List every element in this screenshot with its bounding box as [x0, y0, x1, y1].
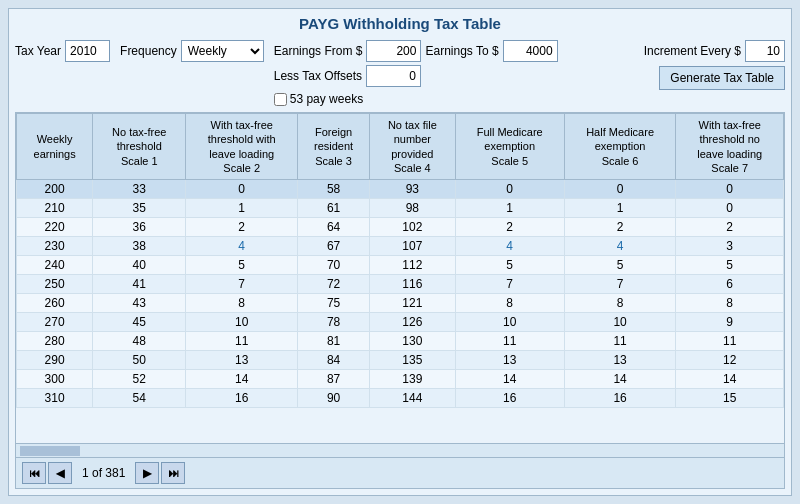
- less-tax-label: Less Tax Offsets: [274, 69, 362, 83]
- table-row: 310541690144161615: [17, 389, 784, 408]
- tax-year-input[interactable]: [65, 40, 110, 62]
- increment-row: Increment Every $: [644, 40, 785, 62]
- table-cell: 16: [455, 389, 564, 408]
- table-cell: 13: [455, 351, 564, 370]
- pay-weeks-checkbox[interactable]: [274, 93, 287, 106]
- table-cell: 43: [93, 294, 186, 313]
- table-cell: 3: [676, 237, 784, 256]
- first-page-button[interactable]: ⏮: [22, 462, 46, 484]
- generate-button[interactable]: Generate Tax Table: [659, 66, 785, 90]
- table-cell: 11: [455, 332, 564, 351]
- col-header-scale7: With tax-freethreshold noleave loadingSc…: [676, 114, 784, 180]
- table-cell: 41: [93, 275, 186, 294]
- table-cell: 126: [370, 313, 456, 332]
- table-cell: 2: [676, 218, 784, 237]
- table-cell: 50: [93, 351, 186, 370]
- table-cell: 260: [17, 294, 93, 313]
- table-cell: 9: [676, 313, 784, 332]
- earnings-from-input[interactable]: [366, 40, 421, 62]
- table-cell: 16: [564, 389, 676, 408]
- table-cell: 38: [93, 237, 186, 256]
- table-cell: 64: [298, 218, 370, 237]
- table-cell: 67: [298, 237, 370, 256]
- table-cell: 112: [370, 256, 456, 275]
- table-cell: 8: [676, 294, 784, 313]
- table-cell: 230: [17, 237, 93, 256]
- table-cell: 7: [564, 275, 676, 294]
- data-table: Weeklyearnings No tax-freethresholdScale…: [16, 113, 784, 408]
- col-header-scale1: No tax-freethresholdScale 1: [93, 114, 186, 180]
- less-tax-input[interactable]: [366, 65, 421, 87]
- table-cell: 5: [186, 256, 298, 275]
- table-cell: 116: [370, 275, 456, 294]
- table-cell: 11: [564, 332, 676, 351]
- table-header-row: Weeklyearnings No tax-freethresholdScale…: [17, 114, 784, 180]
- middle-controls: Earnings From $ Earnings To $ Less Tax O…: [274, 40, 558, 106]
- increment-input[interactable]: [745, 40, 785, 62]
- table-cell: 90: [298, 389, 370, 408]
- last-page-button[interactable]: ⏭: [161, 462, 185, 484]
- main-container: PAYG Withholding Tax Table Tax Year Freq…: [8, 8, 792, 496]
- table-cell: 139: [370, 370, 456, 389]
- table-cell: 290: [17, 351, 93, 370]
- checkbox-label: 53 pay weeks: [290, 92, 363, 106]
- table-cell: 13: [186, 351, 298, 370]
- earnings-to-input[interactable]: [503, 40, 558, 62]
- table-cell: 107: [370, 237, 456, 256]
- table-cell: 0: [676, 199, 784, 218]
- table-cell: 48: [93, 332, 186, 351]
- prev-page-button[interactable]: ◀: [48, 462, 72, 484]
- table-cell: 2: [455, 218, 564, 237]
- table-row: 27045107812610109: [17, 313, 784, 332]
- table-row: 2003305893000: [17, 180, 784, 199]
- table-cell: 75: [298, 294, 370, 313]
- table-cell: 54: [93, 389, 186, 408]
- table-cell: 11: [186, 332, 298, 351]
- table-cell: 0: [676, 180, 784, 199]
- table-scroll[interactable]: Weeklyearnings No tax-freethresholdScale…: [16, 113, 784, 443]
- page-title: PAYG Withholding Tax Table: [15, 15, 785, 32]
- tax-offset-group: Less Tax Offsets: [274, 65, 558, 87]
- table-cell: 280: [17, 332, 93, 351]
- table-body: 2003305893000210351619811022036264102222…: [17, 180, 784, 408]
- table-cell: 8: [186, 294, 298, 313]
- table-cell: 250: [17, 275, 93, 294]
- hscroll-thumb[interactable]: [20, 446, 80, 456]
- table-cell: 87: [298, 370, 370, 389]
- horizontal-scrollbar[interactable]: [16, 443, 784, 457]
- table-cell: 14: [186, 370, 298, 389]
- table-cell: 270: [17, 313, 93, 332]
- table-cell: 10: [564, 313, 676, 332]
- table-cell: 7: [186, 275, 298, 294]
- table-cell: 102: [370, 218, 456, 237]
- table-cell: 45: [93, 313, 186, 332]
- table-cell: 10: [455, 313, 564, 332]
- table-cell: 12: [676, 351, 784, 370]
- table-cell: 14: [564, 370, 676, 389]
- col-header-scale6: Half MedicareexemptionScale 6: [564, 114, 676, 180]
- frequency-select[interactable]: Weekly Fortnightly Monthly: [181, 40, 264, 62]
- table-cell: 4: [455, 237, 564, 256]
- table-row: 25041772116776: [17, 275, 784, 294]
- table-cell: 130: [370, 332, 456, 351]
- table-cell: 1: [186, 199, 298, 218]
- col-header-scale2: With tax-freethreshold withleave loading…: [186, 114, 298, 180]
- table-cell: 2: [564, 218, 676, 237]
- table-cell: 0: [186, 180, 298, 199]
- next-page-button[interactable]: ▶: [135, 462, 159, 484]
- table-row: 24040570112555: [17, 256, 784, 275]
- table-cell: 70: [298, 256, 370, 275]
- table-cell: 5: [676, 256, 784, 275]
- table-cell: 240: [17, 256, 93, 275]
- earnings-to-label: Earnings To $: [425, 44, 498, 58]
- col-header-scale4: No tax filenumberprovidedScale 4: [370, 114, 456, 180]
- table-cell: 144: [370, 389, 456, 408]
- tax-year-label: Tax Year: [15, 44, 61, 58]
- table-cell: 98: [370, 199, 456, 218]
- table-cell: 7: [455, 275, 564, 294]
- table-cell: 1: [455, 199, 564, 218]
- table-cell: 220: [17, 218, 93, 237]
- table-cell: 10: [186, 313, 298, 332]
- table-row: 2103516198110: [17, 199, 784, 218]
- table-cell: 4: [564, 237, 676, 256]
